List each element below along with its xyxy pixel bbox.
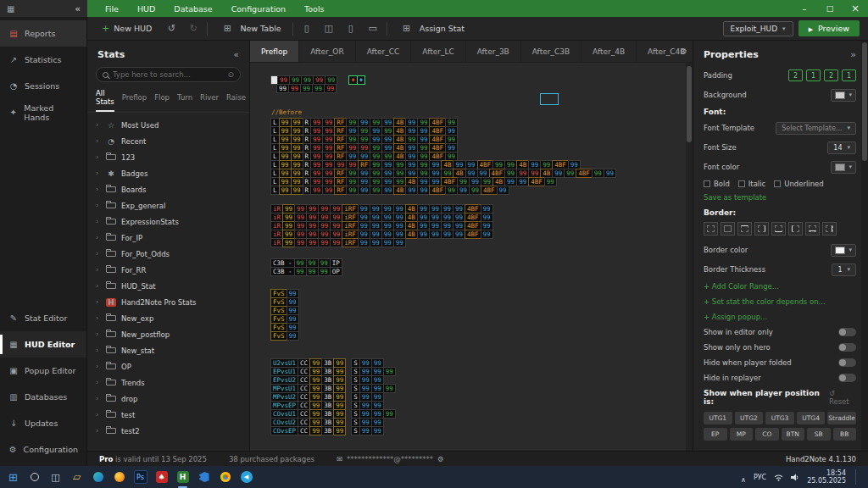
- font-template-select[interactable]: Select Template...: [776, 122, 856, 135]
- stats-tree-item[interactable]: HUD_Stat: [87, 278, 249, 294]
- stats-tree-item[interactable]: Exp_general: [87, 197, 249, 214]
- position-button[interactable]: UTG3: [765, 412, 794, 424]
- sidebar-item-marked-hands[interactable]: Marked Hands: [0, 99, 86, 125]
- tray-expand-icon[interactable]: [741, 469, 746, 485]
- sidebar-collapse-icon[interactable]: «: [75, 3, 81, 14]
- stat-cell[interactable]: 99: [383, 409, 396, 419]
- stat-cell[interactable]: 4BF: [528, 177, 545, 186]
- stat-cell[interactable]: 99: [359, 426, 372, 435]
- stat-cell[interactable]: 99: [324, 84, 337, 93]
- stat-cell[interactable]: 99: [309, 426, 322, 435]
- taskbar-clock[interactable]: 18:54 25.05.2025: [807, 469, 846, 485]
- font-color-picker[interactable]: [831, 161, 856, 174]
- sidebar-item-statistics[interactable]: Statistics: [0, 47, 86, 73]
- save-as-template-link[interactable]: Save as template: [704, 193, 856, 202]
- stats-tree-item[interactable]: For_RR: [87, 262, 249, 278]
- taskbar-app-icon[interactable]: [152, 468, 171, 486]
- stat-cell[interactable]: 99: [300, 84, 313, 93]
- canvas-tab[interactable]: After_OR: [299, 41, 355, 62]
- stats-tab[interactable]: River: [200, 93, 219, 108]
- position-button[interactable]: CO: [755, 428, 779, 441]
- stats-tree-item[interactable]: test2: [87, 423, 249, 439]
- stats-tab[interactable]: Preflop: [122, 93, 147, 108]
- stat-cell[interactable]: OP: [330, 267, 342, 276]
- stat-cell[interactable]: 99: [516, 177, 529, 186]
- stat-cell[interactable]: 99: [333, 426, 346, 435]
- taskbar-app-icon[interactable]: [215, 468, 235, 486]
- taskbar-app-icon[interactable]: [194, 468, 214, 486]
- maximize-button[interactable]: [817, 0, 843, 17]
- stat-cell[interactable]: 3B: [321, 426, 334, 435]
- background-color-picker[interactable]: [831, 89, 856, 102]
- stack-panel-icon[interactable]: [342, 23, 359, 34]
- properties-scrollbar[interactable]: [861, 41, 868, 451]
- menu-item[interactable]: HUD: [128, 0, 164, 17]
- stat-cell[interactable]: 99: [429, 230, 442, 239]
- stat-cell[interactable]: 99: [481, 230, 493, 239]
- stat-cell[interactable]: 4BF: [481, 186, 498, 195]
- stat-cell[interactable]: 99: [417, 186, 430, 195]
- stat-cell[interactable]: CC: [298, 426, 310, 435]
- canvas-tab[interactable]: After_4B: [581, 41, 637, 62]
- stat-cell[interactable]: 99: [291, 186, 303, 195]
- stat-cell[interactable]: 99: [318, 238, 331, 247]
- sidebar-item-databases[interactable]: Databases: [0, 384, 86, 410]
- border-style-button[interactable]: [771, 222, 786, 236]
- stats-tab[interactable]: All Stats: [96, 89, 114, 112]
- stat-cell[interactable]: 99: [288, 84, 301, 93]
- canvas-scrollbar-thumb[interactable]: [687, 66, 692, 142]
- stat-cell[interactable]: 99: [370, 238, 382, 247]
- padding-value-input[interactable]: 1: [806, 69, 821, 81]
- border-style-button[interactable]: [704, 222, 718, 236]
- assign-stat-button[interactable]: Assign Stat: [392, 20, 470, 36]
- position-reset-button[interactable]: Reset: [829, 389, 856, 406]
- undo-icon[interactable]: [163, 23, 180, 34]
- position-button[interactable]: UTG1: [704, 412, 732, 424]
- volume-icon[interactable]: [791, 474, 799, 481]
- stat-cell[interactable]: 99: [592, 169, 604, 178]
- stat-cell[interactable]: 99: [346, 186, 359, 195]
- stats-tree-item[interactable]: ExpressionStats: [87, 214, 249, 230]
- taskbar-app-icon[interactable]: [46, 468, 65, 486]
- canvas-tab[interactable]: After_3B: [466, 41, 521, 62]
- toggle-switch[interactable]: [838, 374, 856, 382]
- stat-cell[interactable]: 99: [310, 186, 323, 195]
- new-table-button[interactable]: New Table: [213, 20, 287, 36]
- stat-cell[interactable]: 99: [318, 267, 331, 276]
- position-button[interactable]: Straddle: [827, 412, 856, 424]
- account-settings-gear-icon[interactable]: [437, 455, 444, 463]
- canvas-tab[interactable]: After_LC: [411, 41, 465, 62]
- font-style-checkbox[interactable]: Italic: [738, 180, 765, 188]
- taskbar-app-icon[interactable]: [131, 468, 150, 486]
- stat-cell[interactable]: 99: [322, 186, 335, 195]
- stats-tab[interactable]: Raise: [226, 93, 246, 108]
- stats-tree-item[interactable]: Hand2Note Pro Stats: [87, 294, 249, 310]
- border-style-button[interactable]: [721, 222, 735, 236]
- wifi-icon[interactable]: [774, 474, 783, 481]
- new-hud-button[interactable]: New HUD: [96, 20, 158, 36]
- stat-cell[interactable]: 99: [282, 238, 295, 247]
- stats-tab[interactable]: Turn: [177, 93, 192, 108]
- font-style-checkbox[interactable]: Bold: [704, 180, 730, 188]
- stat-cell[interactable]: 99: [358, 238, 370, 247]
- toggle-switch[interactable]: [838, 343, 856, 352]
- stat-cell[interactable]: 99: [287, 331, 299, 341]
- stat-cell[interactable]: 99: [358, 186, 370, 195]
- border-style-button[interactable]: [754, 222, 769, 236]
- preview-button[interactable]: Preview: [798, 20, 860, 36]
- properties-scrollbar-thumb[interactable]: [862, 42, 867, 161]
- stat-cell[interactable]: 99: [383, 367, 396, 376]
- stat-cell[interactable]: 4BF: [465, 230, 481, 239]
- toggle-switch[interactable]: [838, 358, 856, 367]
- stat-cell[interactable]: 99: [279, 186, 292, 195]
- search-input[interactable]: [113, 70, 223, 79]
- stats-collapse-icon[interactable]: «: [233, 49, 239, 60]
- stat-cell[interactable]: 99: [457, 186, 470, 195]
- canvas-tab[interactable]: After_CC: [356, 41, 412, 62]
- property-action-link[interactable]: + Set stat the color depends on...: [704, 297, 856, 306]
- padding-value-input[interactable]: 2: [788, 69, 803, 81]
- stat-cell[interactable]: RF: [334, 186, 347, 195]
- stats-tree-item[interactable]: For_IP: [87, 230, 249, 246]
- stat-cell[interactable]: 4B: [405, 230, 418, 239]
- stat-cell[interactable]: iRF: [342, 238, 359, 247]
